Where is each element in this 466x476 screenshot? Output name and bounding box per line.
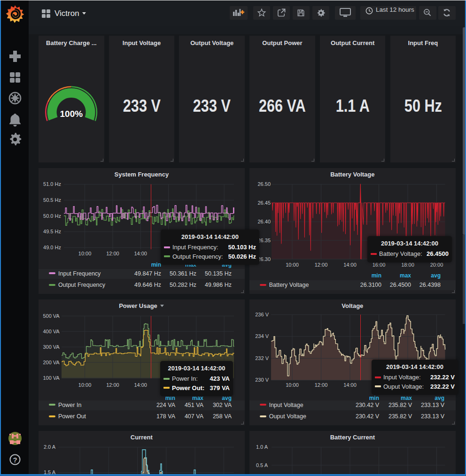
svg-text:?: ? bbox=[13, 456, 17, 464]
